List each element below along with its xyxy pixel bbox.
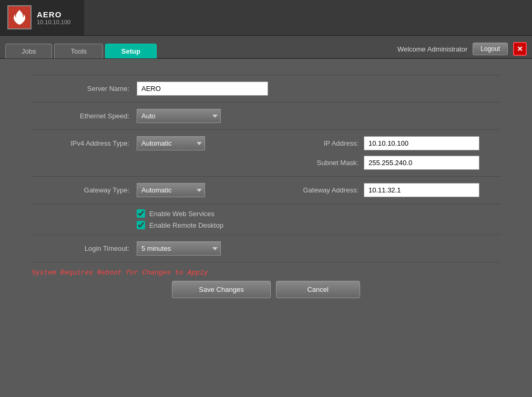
gateway-right-section: Gateway Address: [301,183,500,197]
enable-remote-desktop-label: Enable Remote Desktop [149,221,223,229]
checkboxes-section: Enable Web Services Enable Remote Deskto… [32,204,500,235]
subnet-mask-input[interactable] [364,156,479,170]
gateway-type-select[interactable]: Automatic Manual [137,183,205,197]
reboot-message: System Requires Reboot for Changes to Ap… [32,269,500,277]
enable-web-services-checkbox[interactable] [137,209,145,218]
tab-setup[interactable]: Setup [105,44,157,58]
web-services-checkbox-item: Enable Web Services [137,209,500,218]
tab-jobs[interactable]: Jobs [5,44,52,58]
login-timeout-label: Login Timeout: [32,245,137,252]
nav-area: Jobs Tools Setup Welcome Administrator L… [0,36,532,59]
ethernet-speed-row: Ethernet Speed: Auto 10 Mbps 100 Mbps 1 … [32,103,500,130]
ipv4-type-select-wrapper: Automatic Manual [137,136,205,150]
ip-right-section: IP Address: Subnet Mask: [301,136,500,170]
save-changes-button[interactable]: Save Changes [172,281,270,298]
main-content: Server Name: Ethernet Speed: Auto 10 Mbp… [0,59,532,397]
ipv4-left-controls: Automatic Manual [137,136,301,150]
ethernet-speed-label: Ethernet Speed: [32,112,137,120]
button-row: Save Changes Cancel [32,281,500,298]
ip-address-input[interactable] [364,136,479,150]
gateway-section: Gateway Type: Automatic Manual Gateway A… [32,177,500,204]
gateway-address-label: Gateway Address: [301,186,359,194]
close-button[interactable]: ✕ [513,42,527,56]
server-name-label: Server Name: [32,85,137,93]
ip-address-row: IP Address: [301,136,500,150]
ethernet-speed-control: Auto 10 Mbps 100 Mbps 1 Gbps [137,109,500,123]
gateway-type-select-wrapper: Automatic Manual [137,183,205,197]
ipv4-type-label: IPv4 Address Type: [32,136,137,147]
app-name: AERO [37,10,70,19]
gateway-address-row: Gateway Address: [301,183,500,197]
server-ip: 10.10.10.100 [37,19,70,25]
ipv4-type-select[interactable]: Automatic Manual [137,136,205,150]
ethernet-speed-select-wrapper: Auto 10 Mbps 100 Mbps 1 Gbps [137,109,221,123]
ipv4-section: IPv4 Address Type: Automatic Manual IP A… [32,130,500,177]
login-timeout-control: 1 minute 5 minutes 10 minutes 30 minutes… [137,241,500,256]
gateway-type-label: Gateway Type: [32,183,137,194]
header-spacer [84,0,532,35]
gateway-address-input[interactable] [364,183,479,197]
subnet-mask-label: Subnet Mask: [301,159,359,167]
login-timeout-select-wrapper: 1 minute 5 minutes 10 minutes 30 minutes… [137,241,221,256]
ip-address-label: IP Address: [301,139,359,147]
enable-web-services-label: Enable Web Services [149,210,214,218]
checkbox-area: Enable Web Services Enable Remote Deskto… [137,209,500,229]
server-name-input[interactable] [137,82,268,96]
header: AERO 10.10.10.100 [0,0,532,36]
login-timeout-row: Login Timeout: 1 minute 5 minutes 10 min… [32,235,500,262]
form-section: Server Name: Ethernet Speed: Auto 10 Mbp… [32,75,500,262]
cancel-button[interactable]: Cancel [276,281,360,298]
welcome-text: Welcome Administrator [397,45,467,53]
ethernet-speed-select[interactable]: Auto 10 Mbps 100 Mbps 1 Gbps [137,109,221,123]
subnet-mask-row: Subnet Mask: [301,156,500,170]
server-name-control [137,82,500,96]
login-timeout-select[interactable]: 1 minute 5 minutes 10 minutes 30 minutes… [137,241,221,256]
server-name-row: Server Name: [32,75,500,103]
tab-tools[interactable]: Tools [54,44,103,58]
fiery-logo [7,5,32,29]
remote-desktop-checkbox-item: Enable Remote Desktop [137,221,500,229]
nav-right: Welcome Administrator Logout ✕ [397,42,527,58]
logo-area: AERO 10.10.10.100 [0,0,84,35]
logout-button[interactable]: Logout [473,43,508,55]
enable-remote-desktop-checkbox[interactable] [137,221,145,229]
gateway-left-controls: Automatic Manual [137,183,301,197]
logo-text: AERO 10.10.10.100 [37,10,70,25]
